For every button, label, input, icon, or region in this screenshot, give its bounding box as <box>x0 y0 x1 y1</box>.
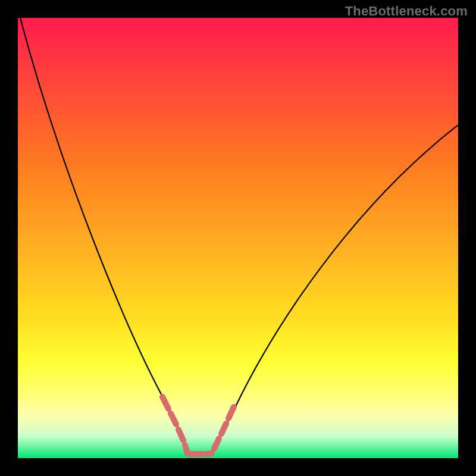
main-curve <box>20 18 458 454</box>
watermark-text: TheBottleneck.com <box>345 4 468 19</box>
frame-border-left <box>0 0 18 476</box>
highlight-beads <box>162 397 234 454</box>
bottleneck-chart <box>18 18 458 458</box>
frame-border-right <box>458 0 476 476</box>
frame-border-bottom <box>0 458 476 476</box>
